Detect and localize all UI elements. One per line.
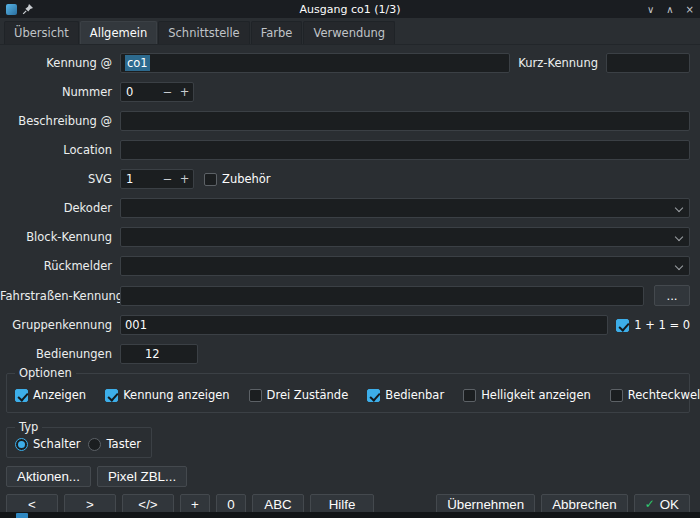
titlebar: Ausgang co1 (1/3) ∨ ∧ × [0, 0, 700, 18]
beschreibung-field[interactable] [125, 112, 685, 130]
gruppenkennung-label: Gruppenkennung [0, 318, 120, 332]
drei-zustaende-checkbox-box [249, 389, 262, 402]
row-rueckmelder: Rückmelder [0, 256, 690, 276]
optionen-group-title: Optionen [15, 366, 76, 380]
close-button[interactable]: × [686, 4, 694, 15]
svg-increment-button[interactable]: + [176, 172, 193, 186]
rechteckwelle-checkbox-box [610, 389, 623, 402]
block-kennung-label: Block-Kennung [0, 230, 120, 244]
kurz-kennung-input[interactable] [606, 53, 690, 73]
bedienbar-checkbox-box [367, 389, 380, 402]
helligkeit-anzeigen-checkbox[interactable]: Helligkeit anzeigen [463, 388, 591, 402]
nummer-label: Nummer [0, 85, 120, 99]
row-svg: SVG 1 − + Zubehör [0, 169, 690, 189]
kennung-anzeigen-checkbox-box [105, 389, 118, 402]
svg-value: 1 [121, 172, 159, 186]
schalter-radio[interactable]: Schalter [15, 437, 80, 451]
nummer-value: 0 [121, 85, 159, 99]
gruppenkennung-field[interactable] [125, 316, 603, 334]
anzeigen-checkbox-label: Anzeigen [33, 388, 86, 402]
zubehoer-checkbox-label: Zubehör [222, 172, 271, 186]
tab-uebersicht[interactable]: Übersicht [4, 21, 79, 44]
location-label: Location [0, 143, 120, 157]
tab-bar: Übersicht Allgemein Schnittstelle Farbe … [0, 18, 700, 45]
zubehoer-checkbox[interactable]: Zubehör [204, 172, 271, 186]
row-dekoder: Dekoder [0, 198, 690, 218]
typ-group-title: Typ [15, 420, 42, 434]
kennung-input[interactable]: co1 [120, 53, 510, 73]
tab-allgemein[interactable]: Allgemein [80, 21, 157, 44]
ok-button-label: OK [660, 497, 679, 512]
kennung-anzeigen-checkbox-label: Kennung anzeigen [123, 388, 229, 402]
aktionen-button[interactable]: Aktionen... [6, 466, 91, 487]
svg-label: SVG [0, 172, 120, 186]
bedienungen-input[interactable] [120, 344, 198, 364]
taster-radio[interactable]: Taster [88, 437, 140, 451]
beschreibung-input[interactable] [120, 111, 690, 131]
one-plus-one-checkbox[interactable]: 1 + 1 = 0 [616, 318, 690, 332]
drei-zustaende-checkbox[interactable]: Drei Zustände [249, 388, 349, 402]
ok-check-icon: ✓ [645, 497, 655, 511]
chevron-down-icon [675, 262, 683, 270]
anzeigen-checkbox-box [15, 389, 28, 402]
actions-row: Aktionen... Pixel ZBL... [6, 466, 700, 487]
fahrstrassen-field[interactable] [125, 287, 639, 305]
rueckmelder-combobox[interactable] [120, 256, 690, 276]
gruppenkennung-input[interactable] [120, 315, 608, 335]
typ-group: Typ Schalter Taster [6, 427, 152, 458]
anzeigen-checkbox[interactable]: Anzeigen [15, 388, 86, 402]
maximize-button[interactable]: ∧ [666, 4, 673, 15]
row-block-kennung: Block-Kennung [0, 227, 690, 247]
kennung-selected-text: co1 [125, 55, 150, 71]
svg-decrement-button[interactable]: − [159, 172, 176, 186]
taster-radio-circle [88, 438, 101, 451]
row-gruppenkennung: Gruppenkennung 1 + 1 = 0 [0, 315, 690, 335]
bedienbar-checkbox[interactable]: Bedienbar [367, 388, 444, 402]
tab-farbe[interactable]: Farbe [251, 21, 303, 44]
row-fahrstrassen: Fahrstraßen-Kennungen ... [0, 285, 690, 306]
fahrstrassen-input[interactable] [120, 286, 644, 306]
kennung-anzeigen-checkbox[interactable]: Kennung anzeigen [105, 388, 229, 402]
row-kennung: Kennung @ co1 Kurz-Kennung [0, 53, 690, 73]
block-kennung-combobox[interactable] [120, 227, 690, 247]
pixel-zbl-button[interactable]: Pixel ZBL... [97, 466, 187, 487]
dialog-window: Ausgang co1 (1/3) ∨ ∧ × Übersicht Allgem… [0, 0, 700, 515]
chevron-down-icon [675, 204, 683, 212]
pin-icon[interactable] [22, 3, 34, 15]
minimize-button[interactable]: ∨ [647, 4, 654, 15]
nummer-decrement-button[interactable]: − [159, 85, 176, 99]
taster-radio-label: Taster [106, 437, 140, 451]
beschreibung-label: Beschreibung @ [0, 114, 120, 128]
form-panel: Kennung @ co1 Kurz-Kennung Nummer 0 − + … [0, 45, 700, 364]
optionen-group: Optionen Anzeigen Kennung anzeigen Drei … [6, 373, 690, 413]
location-field[interactable] [125, 141, 685, 159]
dekoder-label: Dekoder [0, 201, 120, 215]
rueckmelder-label: Rückmelder [0, 259, 120, 273]
schalter-radio-circle [15, 438, 28, 451]
rechteckwelle-checkbox[interactable]: Rechteckwelle [610, 388, 700, 402]
zubehoer-checkbox-box [204, 173, 217, 186]
tab-schnittstelle[interactable]: Schnittstelle [158, 21, 249, 44]
nummer-increment-button[interactable]: + [176, 85, 193, 99]
fahrstrassen-browse-button[interactable]: ... [654, 285, 690, 306]
rechteckwelle-checkbox-label: Rechteckwelle [628, 388, 700, 402]
chevron-down-icon [675, 233, 683, 241]
dekoder-combobox[interactable] [120, 198, 690, 218]
taskbar-app-icon[interactable] [16, 513, 28, 518]
row-location: Location [0, 140, 690, 160]
nummer-spinbox[interactable]: 0 − + [120, 82, 194, 102]
location-input[interactable] [120, 140, 690, 160]
one-plus-one-checkbox-label: 1 + 1 = 0 [634, 318, 690, 332]
schalter-radio-label: Schalter [33, 437, 80, 451]
taskbar-strip [0, 512, 700, 518]
row-beschreibung: Beschreibung @ [0, 111, 690, 131]
app-icon[interactable] [6, 4, 17, 15]
fahrstrassen-label: Fahrstraßen-Kennungen [0, 289, 120, 303]
svg-spinbox[interactable]: 1 − + [120, 169, 194, 189]
window-title: Ausgang co1 (1/3) [126, 3, 574, 16]
kurz-kennung-field[interactable] [611, 54, 685, 72]
tab-verwendung[interactable]: Verwendung [303, 21, 395, 44]
helligkeit-anzeigen-checkbox-box [463, 389, 476, 402]
bedienungen-field[interactable] [125, 345, 193, 363]
helligkeit-anzeigen-checkbox-label: Helligkeit anzeigen [481, 388, 591, 402]
